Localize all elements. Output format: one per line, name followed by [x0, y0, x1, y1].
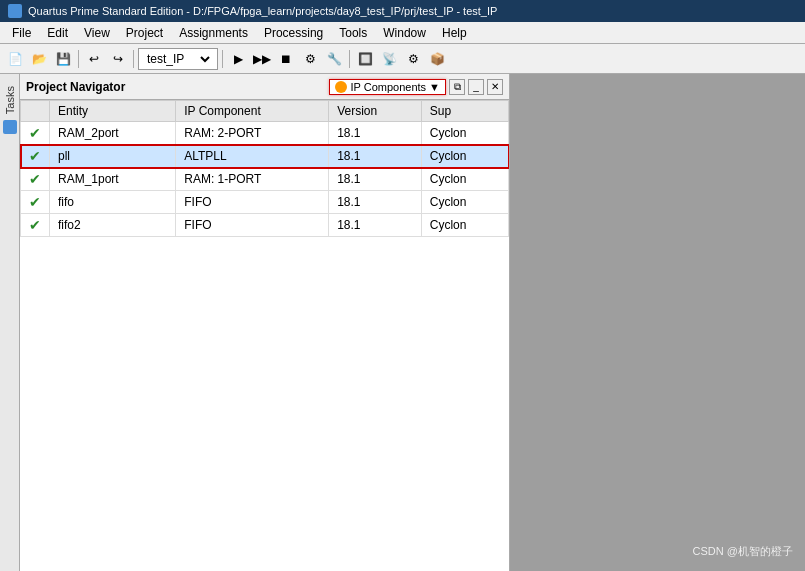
main-content: Tasks Project Navigator IP Components ▼ …: [0, 74, 805, 571]
table-row[interactable]: ✔fifoFIFO18.1Cyclon: [21, 191, 509, 214]
app-icon: [8, 4, 22, 18]
tasks-sidebar: Tasks: [0, 74, 20, 571]
table-row[interactable]: ✔RAM_1portRAM: 1-PORT18.1Cyclon: [21, 168, 509, 191]
menu-tools[interactable]: Tools: [331, 24, 375, 42]
save-btn[interactable]: 💾: [52, 48, 74, 70]
col-entity: Entity: [50, 101, 176, 122]
menu-edit[interactable]: Edit: [39, 24, 76, 42]
row-version: 18.1: [329, 191, 422, 214]
redo-btn[interactable]: ↪: [107, 48, 129, 70]
panel-navigator-label: Project Navigator: [26, 80, 125, 94]
compile-btn[interactable]: ▶: [227, 48, 249, 70]
open-btn[interactable]: 📂: [28, 48, 50, 70]
table-header-row: Entity IP Component Version Sup: [21, 101, 509, 122]
menu-help[interactable]: Help: [434, 24, 475, 42]
row-status-icon: ✔: [21, 122, 50, 145]
table-row[interactable]: ✔pllALTPLL18.1Cyclon: [21, 145, 509, 168]
row-support: Cyclon: [421, 168, 508, 191]
row-ip-component: RAM: 1-PORT: [176, 168, 329, 191]
ip-comp-arrow: ▼: [429, 81, 440, 93]
row-status-icon: ✔: [21, 145, 50, 168]
row-entity: RAM_1port: [50, 168, 176, 191]
row-ip-component: RAM: 2-PORT: [176, 122, 329, 145]
menu-view[interactable]: View: [76, 24, 118, 42]
ip-table: Entity IP Component Version Sup ✔RAM_2po…: [20, 100, 509, 237]
toolbar-sep-4: [349, 50, 350, 68]
entity-select[interactable]: test_IP: [143, 51, 213, 67]
toolbar: 📄 📂 💾 ↩ ↪ test_IP ▶ ▶▶ ⏹ ⚙ 🔧 🔲 📡 ⚙ 📦: [0, 44, 805, 74]
ip-components-label: IP Components: [350, 81, 426, 93]
row-version: 18.1: [329, 145, 422, 168]
row-support: Cyclon: [421, 122, 508, 145]
tasks-label: Tasks: [4, 86, 16, 114]
col-icon: [21, 101, 50, 122]
new-project-btn[interactable]: 📄: [4, 48, 26, 70]
fitter-btn[interactable]: 🔧: [323, 48, 345, 70]
col-version: Version: [329, 101, 422, 122]
panel-close-btn[interactable]: ✕: [487, 79, 503, 95]
table-body: ✔RAM_2portRAM: 2-PORT18.1Cyclon✔pllALTPL…: [21, 122, 509, 237]
programmer-btn[interactable]: 📡: [378, 48, 400, 70]
entity-dropdown[interactable]: test_IP: [138, 48, 218, 70]
panel-minimize-btn[interactable]: _: [468, 79, 484, 95]
tasks-icon-1[interactable]: [3, 120, 17, 134]
panel-detach-btn[interactable]: ⧉: [449, 79, 465, 95]
row-version: 18.1: [329, 168, 422, 191]
analyze-btn[interactable]: ⚙: [299, 48, 321, 70]
watermark: CSDN @机智的橙子: [693, 544, 793, 559]
toolbar-sep-2: [133, 50, 134, 68]
menu-bar: File Edit View Project Assignments Proce…: [0, 22, 805, 44]
ip-components-btn[interactable]: IP Components ▼: [329, 79, 446, 95]
settings-btn[interactable]: ⚙: [402, 48, 424, 70]
stop-btn[interactable]: ⏹: [275, 48, 297, 70]
ip-table-container: Entity IP Component Version Sup ✔RAM_2po…: [20, 100, 509, 237]
menu-window[interactable]: Window: [375, 24, 434, 42]
menu-file[interactable]: File: [4, 24, 39, 42]
row-status-icon: ✔: [21, 191, 50, 214]
title-bar: Quartus Prime Standard Edition - D:/FPGA…: [0, 0, 805, 22]
row-entity: fifo: [50, 191, 176, 214]
row-support: Cyclon: [421, 145, 508, 168]
row-entity: fifo2: [50, 214, 176, 237]
undo-btn[interactable]: ↩: [83, 48, 105, 70]
row-status-icon: ✔: [21, 168, 50, 191]
row-ip-component: FIFO: [176, 214, 329, 237]
row-version: 18.1: [329, 122, 422, 145]
table-row[interactable]: ✔RAM_2portRAM: 2-PORT18.1Cyclon: [21, 122, 509, 145]
panel-header: Project Navigator IP Components ▼ ⧉ _ ✕: [20, 74, 509, 100]
col-ip-component: IP Component: [176, 101, 329, 122]
row-entity: RAM_2port: [50, 122, 176, 145]
row-entity: pll: [50, 145, 176, 168]
row-ip-component: ALTPLL: [176, 145, 329, 168]
row-ip-component: FIFO: [176, 191, 329, 214]
menu-assignments[interactable]: Assignments: [171, 24, 256, 42]
left-panel: Project Navigator IP Components ▼ ⧉ _ ✕ …: [20, 74, 510, 571]
row-support: Cyclon: [421, 214, 508, 237]
toolbar-sep-1: [78, 50, 79, 68]
panel-header-controls: IP Components ▼ ⧉ _ ✕: [329, 79, 503, 95]
menu-processing[interactable]: Processing: [256, 24, 331, 42]
col-support: Sup: [421, 101, 508, 122]
chip-planner-btn[interactable]: 🔲: [354, 48, 376, 70]
toolbar-sep-3: [222, 50, 223, 68]
table-row[interactable]: ✔fifo2FIFO18.1Cyclon: [21, 214, 509, 237]
menu-project[interactable]: Project: [118, 24, 171, 42]
start-btn[interactable]: ▶▶: [251, 48, 273, 70]
row-support: Cyclon: [421, 191, 508, 214]
window-title: Quartus Prime Standard Edition - D:/FPGA…: [28, 5, 497, 17]
ip-comp-icon: [335, 81, 347, 93]
row-status-icon: ✔: [21, 214, 50, 237]
ip-catalog-btn[interactable]: 📦: [426, 48, 448, 70]
right-panel: [510, 74, 805, 571]
row-version: 18.1: [329, 214, 422, 237]
